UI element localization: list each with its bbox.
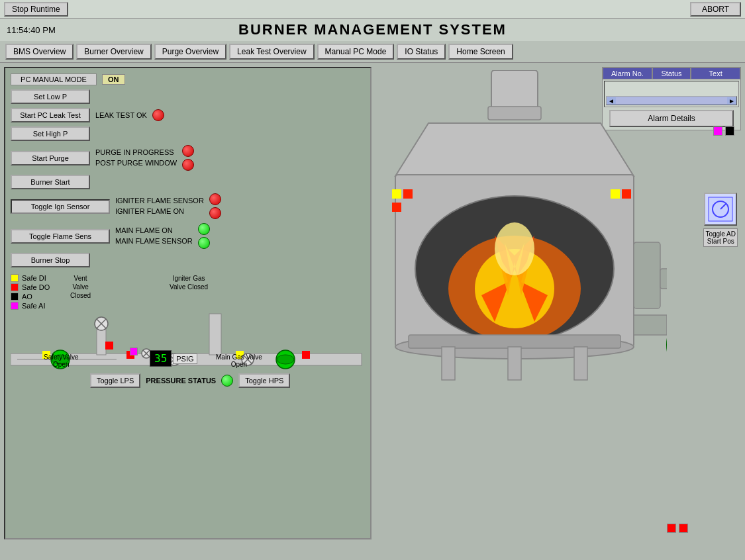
bottom-red-2: [679, 524, 688, 533]
bottom-red-indicators: [667, 524, 688, 533]
top-right-indicators: [713, 126, 734, 136]
nav-burner-overview[interactable]: Burner Overview: [76, 44, 151, 60]
start-purge-button[interactable]: Start Purge: [11, 151, 90, 165]
main-flame-indicators: [198, 223, 210, 249]
burner-start-row: Burner Start: [11, 175, 365, 189]
main-gas-valve-label: Main Gas ValveOpen: [216, 353, 262, 368]
pc-manual-mode-value: ON: [102, 74, 125, 85]
svg-rect-41: [574, 347, 587, 380]
toggle-hps-button[interactable]: Toggle HPS: [238, 373, 290, 388]
svg-rect-38: [409, 335, 621, 348]
purge-row: Start Purge PURGE IN PROGRESS POST PURGE…: [11, 145, 365, 171]
svg-rect-28: [488, 107, 541, 120]
pc-manual-mode-label: PC MANUAL MODE: [11, 73, 97, 85]
igniter-flame-sensor-indicator: [209, 193, 221, 205]
burner-stop-button[interactable]: Burner Stop: [11, 253, 90, 267]
main-flame-labels: MAIN FLAME ON MAIN FLAME SENSOR: [115, 226, 193, 246]
main-flame-on-indicator: [198, 223, 210, 235]
svg-rect-48: [660, 269, 667, 289]
burner-vessel-svg: [375, 70, 667, 388]
nav-bms-overview[interactable]: BMS Overview: [5, 44, 74, 60]
title-center: BURNER MANAGEMENT SYSTEM: [99, 21, 646, 38]
post-purge-window-indicator: [182, 159, 194, 171]
nav-purge-overview[interactable]: Purge Overview: [154, 44, 226, 60]
svg-point-18: [277, 355, 294, 364]
nav-leak-test-overview[interactable]: Leak Test Overview: [229, 44, 315, 60]
pressure-unit: PSIG: [173, 353, 197, 364]
igniter-flame-on-indicator: [209, 207, 221, 219]
set-low-p-row: Set Low P: [11, 89, 365, 104]
purge-labels: PURGE IN PROGRESS POST PURGE WINDOW: [95, 148, 177, 168]
burner-area: Alarm No. Status Text ◄ ► Alarm Details: [375, 67, 741, 539]
magenta-indicator: [713, 126, 722, 136]
igniter-gas-valve-label: Igniter GasValve Closed: [170, 274, 208, 291]
ao-icon: [11, 293, 19, 301]
legend-safe-di: Safe DI: [11, 274, 50, 282]
scroll-right-icon[interactable]: ►: [728, 97, 735, 105]
leak-test-ok-label: LEAK TEST OK: [95, 111, 147, 119]
igniter-indicators: [209, 193, 221, 219]
svg-rect-45: [611, 189, 620, 199]
nav-home-screen[interactable]: Home Screen: [448, 44, 513, 60]
alarm-col-text: Text: [691, 68, 740, 79]
pressure-value: 35: [150, 350, 172, 367]
svg-rect-42: [634, 242, 660, 308]
safe-di-icon: [11, 274, 19, 282]
svg-rect-40: [508, 347, 521, 380]
stop-runtime-button[interactable]: Stop Runtime: [4, 2, 68, 17]
toggle-ign-sensor-button[interactable]: Toggle Ign Sensor: [11, 199, 110, 214]
svg-rect-2: [97, 327, 106, 355]
set-low-p-button[interactable]: Set Low P: [11, 89, 90, 104]
piping-section: VentValveClosed Igniter GasValve Closed: [11, 274, 365, 420]
svg-rect-44: [403, 189, 413, 199]
svg-point-37: [495, 222, 534, 275]
legend-safe-ai: Safe AI: [11, 302, 50, 310]
burner-stop-row: Burner Stop: [11, 253, 365, 267]
vent-valve-label: VentValveClosed: [70, 274, 91, 300]
svg-rect-1: [209, 314, 221, 355]
pressure-status-label: PRESSURE STATUS: [146, 377, 216, 385]
main-flame-sensor-indicator: [198, 237, 210, 249]
top-bar: Stop Runtime ABORT: [0, 0, 745, 19]
bottom-red-1: [667, 524, 676, 533]
toggle-ad-label: Toggle ADStart Pos: [703, 228, 738, 247]
main-title: BURNER MANAGEMENT SYSTEM: [238, 21, 507, 38]
safe-do-icon: [11, 283, 19, 291]
igniter-row: Toggle Ign Sensor IGNITER FLAME SENSOR I…: [11, 193, 365, 219]
nav-io-status[interactable]: IO Status: [397, 44, 446, 60]
svg-rect-39: [442, 347, 455, 380]
start-pc-leak-test-button[interactable]: Start PC Leak Test: [11, 108, 90, 122]
set-high-p-button[interactable]: Set High P: [11, 126, 90, 141]
svg-rect-19: [302, 351, 310, 359]
svg-rect-43: [392, 189, 401, 199]
pressure-display-area: 35 PSIG: [150, 350, 197, 367]
legend: Safe DI Safe DO AO Safe AI: [11, 274, 50, 380]
svg-marker-29: [395, 123, 634, 176]
svg-rect-46: [622, 189, 631, 199]
black-indicator: [725, 126, 734, 136]
main-content: PC MANUAL MODE ON Set Low P Start PC Lea…: [0, 63, 745, 543]
set-high-p-row: Set High P: [11, 126, 365, 141]
leak-test-ok-indicator: [152, 109, 164, 121]
pressure-controls: Toggle LPS PRESSURE STATUS Toggle HPS: [90, 373, 290, 388]
control-panel: PC MANUAL MODE ON Set Low P Start PC Lea…: [4, 67, 372, 539]
ad-start-pos-box[interactable]: [704, 193, 737, 226]
pc-manual-mode-row: PC MANUAL MODE ON: [11, 73, 365, 85]
toggle-lps-button[interactable]: Toggle LPS: [90, 373, 140, 388]
igniter-labels: IGNITER FLAME SENSOR IGNITER FLAME ON: [115, 196, 204, 216]
leak-test-row: Start PC Leak Test LEAK TEST OK: [11, 108, 365, 122]
legend-ao: AO: [11, 293, 50, 301]
pressure-status-indicator: [221, 375, 233, 387]
flame-sens-row: Toggle Flame Sens MAIN FLAME ON MAIN FLA…: [11, 223, 365, 249]
timestamp: 11:54:40 PM: [7, 25, 99, 35]
legend-safe-do: Safe DO: [11, 283, 50, 291]
title-area: 11:54:40 PM BURNER MANAGEMENT SYSTEM: [0, 19, 745, 41]
toggle-ad-area: Toggle ADStart Pos: [703, 193, 738, 247]
safe-ai-icon: [11, 302, 19, 310]
svg-rect-6: [105, 342, 113, 350]
abort-button[interactable]: ABORT: [690, 2, 741, 17]
toggle-flame-sens-button[interactable]: Toggle Flame Sens: [11, 229, 110, 244]
burner-start-button[interactable]: Burner Start: [11, 175, 90, 189]
nav-manual-pc-mode[interactable]: Manual PC Mode: [317, 44, 395, 60]
purge-in-progress-indicator: [182, 145, 194, 157]
